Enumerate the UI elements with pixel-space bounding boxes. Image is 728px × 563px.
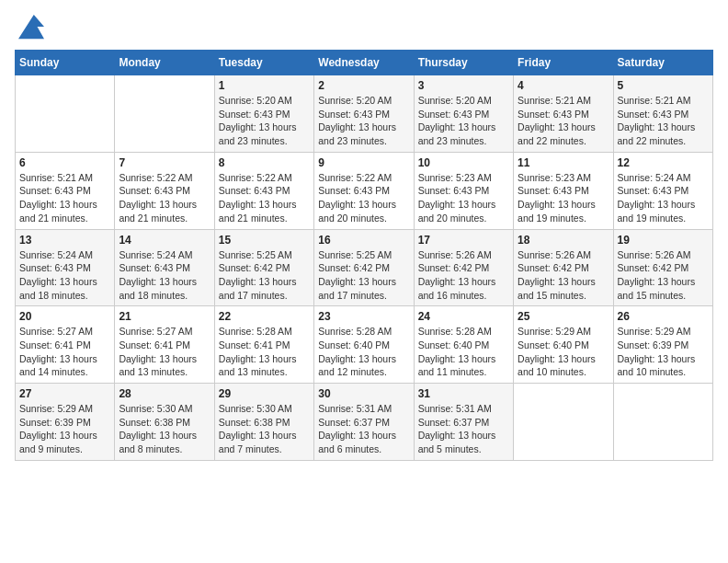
day-number: 7 bbox=[119, 156, 210, 169]
day-number: 23 bbox=[318, 310, 409, 323]
day-number: 20 bbox=[19, 310, 110, 323]
calendar-cell: 8Sunrise: 5:22 AMSunset: 6:43 PMDaylight… bbox=[214, 152, 313, 229]
day-info: Sunrise: 5:21 AMSunset: 6:43 PMDaylight:… bbox=[518, 94, 609, 148]
day-number: 9 bbox=[318, 156, 409, 169]
day-info: Sunrise: 5:24 AMSunset: 6:43 PMDaylight:… bbox=[119, 248, 210, 303]
day-number: 31 bbox=[418, 387, 509, 400]
day-info: Sunrise: 5:21 AMSunset: 6:43 PMDaylight:… bbox=[618, 94, 709, 148]
day-info: Sunrise: 5:22 AMSunset: 6:43 PMDaylight:… bbox=[119, 171, 210, 225]
day-number: 26 bbox=[618, 310, 709, 323]
week-row-2: 6Sunrise: 5:21 AMSunset: 6:43 PMDaylight… bbox=[16, 152, 713, 229]
day-info: Sunrise: 5:26 AMSunset: 6:42 PMDaylight:… bbox=[418, 248, 509, 303]
day-number: 17 bbox=[418, 234, 509, 247]
calendar-cell: 6Sunrise: 5:21 AMSunset: 6:43 PMDaylight… bbox=[16, 152, 115, 229]
day-number: 4 bbox=[518, 79, 609, 92]
calendar-cell: 29Sunrise: 5:30 AMSunset: 6:38 PMDayligh… bbox=[214, 384, 313, 461]
calendar-cell: 14Sunrise: 5:24 AMSunset: 6:43 PMDayligh… bbox=[115, 229, 214, 306]
day-info: Sunrise: 5:20 AMSunset: 6:43 PMDaylight:… bbox=[418, 94, 509, 148]
day-number: 2 bbox=[318, 79, 409, 92]
day-header-thursday: Thursday bbox=[414, 51, 513, 75]
day-info: Sunrise: 5:21 AMSunset: 6:43 PMDaylight:… bbox=[19, 171, 110, 225]
page-header bbox=[15, 15, 713, 40]
day-info: Sunrise: 5:28 AMSunset: 6:40 PMDaylight:… bbox=[318, 325, 409, 379]
day-info: Sunrise: 5:30 AMSunset: 6:38 PMDaylight:… bbox=[119, 402, 210, 456]
week-row-3: 13Sunrise: 5:24 AMSunset: 6:43 PMDayligh… bbox=[16, 229, 713, 306]
day-info: Sunrise: 5:29 AMSunset: 6:39 PMDaylight:… bbox=[19, 402, 110, 456]
calendar-cell: 9Sunrise: 5:22 AMSunset: 6:43 PMDaylight… bbox=[314, 152, 414, 229]
calendar-cell: 11Sunrise: 5:23 AMSunset: 6:43 PMDayligh… bbox=[514, 152, 613, 229]
days-header-row: SundayMondayTuesdayWednesdayThursdayFrid… bbox=[16, 51, 713, 75]
calendar-table: SundayMondayTuesdayWednesdayThursdayFrid… bbox=[15, 50, 713, 461]
day-number: 13 bbox=[19, 234, 110, 247]
calendar-cell: 10Sunrise: 5:23 AMSunset: 6:43 PMDayligh… bbox=[414, 152, 513, 229]
calendar-cell: 13Sunrise: 5:24 AMSunset: 6:43 PMDayligh… bbox=[16, 229, 115, 306]
day-number: 27 bbox=[19, 387, 110, 400]
calendar-cell: 22Sunrise: 5:28 AMSunset: 6:41 PMDayligh… bbox=[214, 306, 313, 384]
day-info: Sunrise: 5:22 AMSunset: 6:43 PMDaylight:… bbox=[219, 171, 310, 225]
calendar-cell: 27Sunrise: 5:29 AMSunset: 6:39 PMDayligh… bbox=[16, 384, 115, 461]
day-number: 6 bbox=[19, 156, 110, 169]
day-number: 21 bbox=[119, 310, 210, 323]
logo-icon bbox=[18, 15, 44, 40]
day-number: 19 bbox=[618, 234, 709, 247]
day-info: Sunrise: 5:23 AMSunset: 6:43 PMDaylight:… bbox=[418, 171, 509, 225]
calendar-cell: 20Sunrise: 5:27 AMSunset: 6:41 PMDayligh… bbox=[16, 306, 115, 384]
day-number: 12 bbox=[618, 156, 709, 169]
day-number: 28 bbox=[119, 387, 210, 400]
day-number: 29 bbox=[219, 387, 310, 400]
day-number: 22 bbox=[219, 310, 310, 323]
day-info: Sunrise: 5:27 AMSunset: 6:41 PMDaylight:… bbox=[19, 325, 110, 379]
day-info: Sunrise: 5:25 AMSunset: 6:42 PMDaylight:… bbox=[219, 248, 310, 303]
calendar-cell bbox=[613, 384, 712, 461]
day-info: Sunrise: 5:26 AMSunset: 6:42 PMDaylight:… bbox=[618, 248, 709, 303]
day-info: Sunrise: 5:30 AMSunset: 6:38 PMDaylight:… bbox=[219, 402, 310, 456]
calendar-cell: 1Sunrise: 5:20 AMSunset: 6:43 PMDaylight… bbox=[214, 75, 313, 153]
calendar-cell bbox=[514, 384, 613, 461]
day-info: Sunrise: 5:24 AMSunset: 6:43 PMDaylight:… bbox=[19, 248, 110, 303]
calendar-cell: 4Sunrise: 5:21 AMSunset: 6:43 PMDaylight… bbox=[514, 75, 613, 153]
logo bbox=[15, 15, 44, 40]
day-number: 8 bbox=[219, 156, 310, 169]
day-number: 1 bbox=[219, 79, 310, 92]
week-row-1: 1Sunrise: 5:20 AMSunset: 6:43 PMDaylight… bbox=[16, 75, 713, 153]
day-info: Sunrise: 5:20 AMSunset: 6:43 PMDaylight:… bbox=[318, 94, 409, 148]
calendar-cell: 23Sunrise: 5:28 AMSunset: 6:40 PMDayligh… bbox=[314, 306, 414, 384]
day-number: 18 bbox=[518, 234, 609, 247]
day-number: 10 bbox=[418, 156, 509, 169]
day-header-sunday: Sunday bbox=[16, 51, 115, 75]
calendar-cell: 17Sunrise: 5:26 AMSunset: 6:42 PMDayligh… bbox=[414, 229, 513, 306]
week-row-5: 27Sunrise: 5:29 AMSunset: 6:39 PMDayligh… bbox=[16, 384, 713, 461]
day-number: 24 bbox=[418, 310, 509, 323]
day-info: Sunrise: 5:31 AMSunset: 6:37 PMDaylight:… bbox=[418, 402, 509, 456]
day-info: Sunrise: 5:29 AMSunset: 6:40 PMDaylight:… bbox=[518, 325, 609, 379]
calendar-cell: 5Sunrise: 5:21 AMSunset: 6:43 PMDaylight… bbox=[613, 75, 712, 153]
day-info: Sunrise: 5:20 AMSunset: 6:43 PMDaylight:… bbox=[219, 94, 310, 148]
calendar-cell: 25Sunrise: 5:29 AMSunset: 6:40 PMDayligh… bbox=[514, 306, 613, 384]
day-number: 16 bbox=[318, 234, 409, 247]
day-info: Sunrise: 5:28 AMSunset: 6:40 PMDaylight:… bbox=[418, 325, 509, 379]
day-number: 3 bbox=[418, 79, 509, 92]
calendar-cell: 2Sunrise: 5:20 AMSunset: 6:43 PMDaylight… bbox=[314, 75, 414, 153]
day-header-tuesday: Tuesday bbox=[214, 51, 313, 75]
day-header-monday: Monday bbox=[115, 51, 214, 75]
calendar-cell: 30Sunrise: 5:31 AMSunset: 6:37 PMDayligh… bbox=[314, 384, 414, 461]
calendar-cell: 28Sunrise: 5:30 AMSunset: 6:38 PMDayligh… bbox=[115, 384, 214, 461]
day-number: 14 bbox=[119, 234, 210, 247]
day-info: Sunrise: 5:29 AMSunset: 6:39 PMDaylight:… bbox=[618, 325, 709, 379]
calendar-cell: 7Sunrise: 5:22 AMSunset: 6:43 PMDaylight… bbox=[115, 152, 214, 229]
day-number: 30 bbox=[318, 387, 409, 400]
calendar-cell: 19Sunrise: 5:26 AMSunset: 6:42 PMDayligh… bbox=[613, 229, 712, 306]
day-info: Sunrise: 5:28 AMSunset: 6:41 PMDaylight:… bbox=[219, 325, 310, 379]
day-number: 11 bbox=[518, 156, 609, 169]
day-info: Sunrise: 5:24 AMSunset: 6:43 PMDaylight:… bbox=[618, 171, 709, 225]
calendar-cell bbox=[16, 75, 115, 153]
calendar-cell: 26Sunrise: 5:29 AMSunset: 6:39 PMDayligh… bbox=[613, 306, 712, 384]
day-info: Sunrise: 5:27 AMSunset: 6:41 PMDaylight:… bbox=[119, 325, 210, 379]
calendar-cell: 12Sunrise: 5:24 AMSunset: 6:43 PMDayligh… bbox=[613, 152, 712, 229]
calendar-cell: 16Sunrise: 5:25 AMSunset: 6:42 PMDayligh… bbox=[314, 229, 414, 306]
calendar-cell: 15Sunrise: 5:25 AMSunset: 6:42 PMDayligh… bbox=[214, 229, 313, 306]
svg-marker-0 bbox=[18, 15, 44, 39]
week-row-4: 20Sunrise: 5:27 AMSunset: 6:41 PMDayligh… bbox=[16, 306, 713, 384]
calendar-cell: 3Sunrise: 5:20 AMSunset: 6:43 PMDaylight… bbox=[414, 75, 513, 153]
calendar-cell: 24Sunrise: 5:28 AMSunset: 6:40 PMDayligh… bbox=[414, 306, 513, 384]
